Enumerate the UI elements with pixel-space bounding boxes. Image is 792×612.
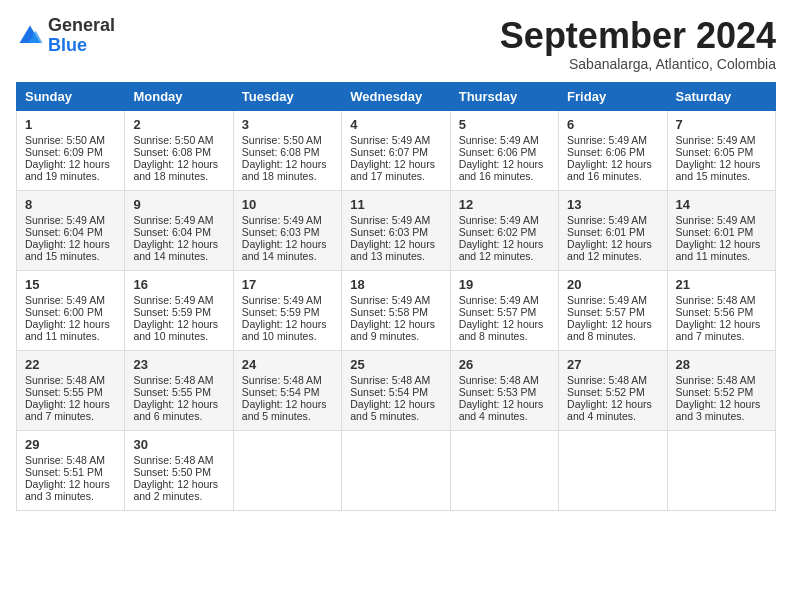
cell-content: Sunrise: 5:49 AM [242,214,333,226]
col-tuesday: Tuesday [233,82,341,110]
calendar-week-5: 29Sunrise: 5:48 AMSunset: 5:51 PMDayligh… [17,430,776,510]
cell-content: Sunset: 5:57 PM [567,306,658,318]
cell-content: and 18 minutes. [133,170,224,182]
table-row: 13Sunrise: 5:49 AMSunset: 6:01 PMDayligh… [559,190,667,270]
cell-content: and 17 minutes. [350,170,441,182]
header: General Blue September 2024 Sabanalarga,… [16,16,776,72]
cell-content: Sunrise: 5:49 AM [567,134,658,146]
table-row: 23Sunrise: 5:48 AMSunset: 5:55 PMDayligh… [125,350,233,430]
table-row: 26Sunrise: 5:48 AMSunset: 5:53 PMDayligh… [450,350,558,430]
cell-content: Sunrise: 5:48 AM [133,374,224,386]
col-saturday: Saturday [667,82,775,110]
cell-content: Sunrise: 5:48 AM [459,374,550,386]
cell-content: Sunrise: 5:50 AM [25,134,116,146]
cell-content: Daylight: 12 hours [133,318,224,330]
cell-content: Daylight: 12 hours [242,158,333,170]
cell-content: Sunset: 6:05 PM [676,146,767,158]
cell-content: and 10 minutes. [242,330,333,342]
table-row: 2Sunrise: 5:50 AMSunset: 6:08 PMDaylight… [125,110,233,190]
cell-content: Sunrise: 5:50 AM [242,134,333,146]
cell-content: Daylight: 12 hours [350,238,441,250]
day-number: 14 [676,197,767,212]
cell-content: and 9 minutes. [350,330,441,342]
table-row: 15Sunrise: 5:49 AMSunset: 6:00 PMDayligh… [17,270,125,350]
col-friday: Friday [559,82,667,110]
cell-content: and 8 minutes. [567,330,658,342]
cell-content: Sunset: 5:54 PM [350,386,441,398]
day-number: 26 [459,357,550,372]
cell-content: and 19 minutes. [25,170,116,182]
cell-content: Sunrise: 5:49 AM [459,294,550,306]
cell-content: Daylight: 12 hours [567,238,658,250]
cell-content: Daylight: 12 hours [676,158,767,170]
cell-content: and 16 minutes. [459,170,550,182]
table-row: 11Sunrise: 5:49 AMSunset: 6:03 PMDayligh… [342,190,450,270]
calendar-week-2: 8Sunrise: 5:49 AMSunset: 6:04 PMDaylight… [17,190,776,270]
cell-content: Daylight: 12 hours [242,238,333,250]
cell-content: Daylight: 12 hours [25,158,116,170]
cell-content: Daylight: 12 hours [676,318,767,330]
cell-content: Daylight: 12 hours [459,398,550,410]
cell-content: Daylight: 12 hours [350,318,441,330]
cell-content: Sunrise: 5:49 AM [25,294,116,306]
col-monday: Monday [125,82,233,110]
table-row: 25Sunrise: 5:48 AMSunset: 5:54 PMDayligh… [342,350,450,430]
cell-content: Sunrise: 5:49 AM [350,214,441,226]
table-row [233,430,341,510]
table-row [667,430,775,510]
cell-content: and 18 minutes. [242,170,333,182]
day-number: 19 [459,277,550,292]
cell-content: Sunset: 6:08 PM [133,146,224,158]
table-row: 14Sunrise: 5:49 AMSunset: 6:01 PMDayligh… [667,190,775,270]
cell-content: and 6 minutes. [133,410,224,422]
day-number: 27 [567,357,658,372]
day-number: 9 [133,197,224,212]
logo: General Blue [16,16,115,56]
cell-content: and 14 minutes. [242,250,333,262]
cell-content: Daylight: 12 hours [459,318,550,330]
day-number: 29 [25,437,116,452]
cell-content: Sunrise: 5:49 AM [567,214,658,226]
cell-content: and 15 minutes. [676,170,767,182]
cell-content: Sunrise: 5:49 AM [242,294,333,306]
cell-content: Sunrise: 5:48 AM [676,374,767,386]
cell-content: Sunrise: 5:48 AM [242,374,333,386]
cell-content: Sunset: 6:00 PM [25,306,116,318]
day-number: 8 [25,197,116,212]
col-sunday: Sunday [17,82,125,110]
cell-content: Sunset: 5:57 PM [459,306,550,318]
day-number: 24 [242,357,333,372]
cell-content: and 12 minutes. [567,250,658,262]
logo-blue: Blue [48,35,87,55]
table-row: 16Sunrise: 5:49 AMSunset: 5:59 PMDayligh… [125,270,233,350]
cell-content: Daylight: 12 hours [133,238,224,250]
cell-content: Daylight: 12 hours [459,238,550,250]
cell-content: and 5 minutes. [350,410,441,422]
table-row [450,430,558,510]
table-row: 10Sunrise: 5:49 AMSunset: 6:03 PMDayligh… [233,190,341,270]
day-number: 5 [459,117,550,132]
col-thursday: Thursday [450,82,558,110]
cell-content: and 14 minutes. [133,250,224,262]
table-row [559,430,667,510]
day-number: 7 [676,117,767,132]
day-number: 11 [350,197,441,212]
cell-content: Daylight: 12 hours [25,238,116,250]
logo-icon [16,22,44,50]
cell-content: Sunrise: 5:49 AM [133,294,224,306]
cell-content: and 13 minutes. [350,250,441,262]
cell-content: Sunrise: 5:49 AM [25,214,116,226]
cell-content: Sunset: 6:01 PM [676,226,767,238]
cell-content: Sunset: 5:53 PM [459,386,550,398]
table-row: 29Sunrise: 5:48 AMSunset: 5:51 PMDayligh… [17,430,125,510]
calendar-week-3: 15Sunrise: 5:49 AMSunset: 6:00 PMDayligh… [17,270,776,350]
cell-content: and 2 minutes. [133,490,224,502]
day-number: 21 [676,277,767,292]
calendar-week-1: 1Sunrise: 5:50 AMSunset: 6:09 PMDaylight… [17,110,776,190]
cell-content: and 11 minutes. [676,250,767,262]
table-row: 18Sunrise: 5:49 AMSunset: 5:58 PMDayligh… [342,270,450,350]
cell-content: and 11 minutes. [25,330,116,342]
table-row: 28Sunrise: 5:48 AMSunset: 5:52 PMDayligh… [667,350,775,430]
cell-content: Sunrise: 5:49 AM [459,134,550,146]
cell-content: Sunset: 6:01 PM [567,226,658,238]
